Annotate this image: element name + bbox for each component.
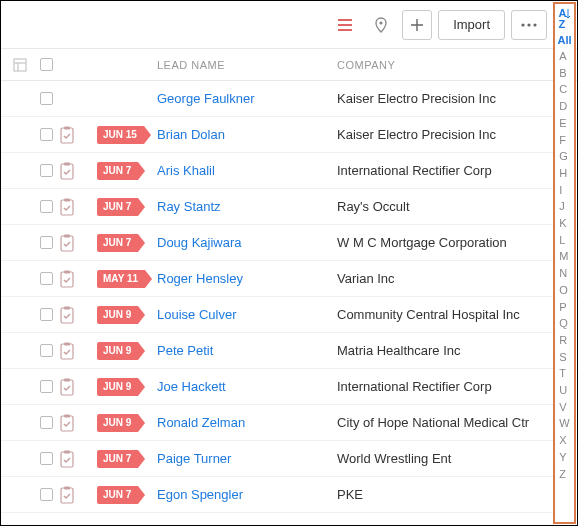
alpha-letter[interactable]: I	[559, 182, 569, 199]
row-checkbox[interactable]	[33, 416, 59, 429]
more-actions-button[interactable]	[511, 10, 547, 40]
task-icon[interactable]	[59, 161, 97, 181]
lead-name-link[interactable]: Pete Petit	[157, 343, 213, 358]
alpha-letter[interactable]: E	[559, 115, 569, 132]
lead-name-link[interactable]: George Faulkner	[157, 91, 255, 106]
column-config-icon[interactable]	[7, 58, 33, 72]
due-date-badge: JUN 7	[97, 198, 153, 216]
import-button[interactable]: Import	[438, 10, 505, 40]
task-icon[interactable]	[59, 233, 97, 253]
svg-rect-17	[64, 270, 70, 273]
svg-rect-16	[61, 272, 73, 287]
lead-name-link[interactable]: Roger Hensley	[157, 271, 243, 286]
svg-rect-9	[64, 126, 70, 129]
map-pin-icon[interactable]	[366, 10, 396, 40]
select-all-checkbox[interactable]	[33, 58, 59, 71]
table-row: JUN 9Louise CulverCommunity Central Hosp…	[1, 297, 577, 333]
task-icon[interactable]	[59, 125, 97, 145]
row-checkbox[interactable]	[33, 344, 59, 357]
alpha-letter[interactable]: N	[559, 265, 569, 282]
svg-rect-19	[64, 306, 70, 309]
alpha-letter[interactable]: A	[559, 48, 569, 65]
alpha-letter[interactable]: Y	[559, 449, 569, 466]
toolbar: Import	[1, 1, 577, 49]
lead-name-link[interactable]: Louise Culver	[157, 307, 237, 322]
alpha-letter[interactable]: L	[559, 232, 569, 249]
row-checkbox[interactable]	[33, 164, 59, 177]
lead-name-link[interactable]: Aris Khalil	[157, 163, 215, 178]
svg-rect-1	[338, 24, 352, 26]
due-date-badge: JUN 9	[97, 414, 153, 432]
alpha-letter[interactable]: O	[559, 282, 569, 299]
alpha-letter[interactable]: D	[559, 98, 569, 115]
svg-rect-13	[64, 198, 70, 201]
company-name: Varian Inc	[337, 271, 395, 286]
alpha-letter[interactable]: W	[559, 415, 569, 432]
header-company[interactable]: COMPANY	[333, 59, 577, 71]
row-checkbox[interactable]	[33, 272, 59, 285]
row-checkbox[interactable]	[33, 200, 59, 213]
company-name: Kaiser Electro Precision Inc	[337, 91, 496, 106]
alpha-letter[interactable]: M	[559, 248, 569, 265]
table-body: George FaulknerKaiser Electro Precision …	[1, 81, 577, 525]
task-icon[interactable]	[59, 197, 97, 217]
svg-rect-2	[338, 29, 352, 31]
row-checkbox[interactable]	[33, 128, 59, 141]
svg-rect-25	[64, 414, 70, 417]
svg-rect-11	[64, 162, 70, 165]
alpha-letter[interactable]: R	[559, 332, 569, 349]
table-row: JUN 9Ronald ZelmanCity of Hope National …	[1, 405, 577, 441]
row-checkbox[interactable]	[33, 452, 59, 465]
add-button[interactable]	[402, 10, 432, 40]
task-icon[interactable]	[59, 377, 97, 397]
alpha-letter[interactable]: Q	[559, 315, 569, 332]
alpha-letter[interactable]: F	[559, 132, 569, 149]
lead-name-link[interactable]: Ronald Zelman	[157, 415, 245, 430]
row-checkbox[interactable]	[33, 380, 59, 393]
lead-name-link[interactable]: Doug Kajiwara	[157, 235, 242, 250]
task-icon[interactable]	[59, 449, 97, 469]
lead-name-link[interactable]: Egon Spengler	[157, 487, 243, 502]
alpha-letter[interactable]: X	[559, 432, 569, 449]
svg-rect-22	[61, 380, 73, 395]
lead-name-link[interactable]: Joe Hackett	[157, 379, 226, 394]
alpha-letter[interactable]: Z	[559, 466, 569, 483]
company-name: International Rectifier Corp	[337, 379, 492, 394]
task-icon[interactable]	[59, 305, 97, 325]
alpha-letter[interactable]: B	[559, 65, 569, 82]
row-checkbox[interactable]	[33, 236, 59, 249]
lead-name-link[interactable]: Brian Dolan	[157, 127, 225, 142]
lead-name-link[interactable]: Ray Stantz	[157, 199, 221, 214]
header-lead-name[interactable]: LEAD NAME	[153, 59, 333, 71]
svg-rect-27	[64, 450, 70, 453]
table-row: JUN 7Paige TurnerWorld Wrestling Ent	[1, 441, 577, 477]
list-view-icon[interactable]	[330, 10, 360, 40]
alpha-letter[interactable]: S	[559, 349, 569, 366]
task-icon[interactable]	[59, 413, 97, 433]
table-row: JUN 7Doug KajiwaraW M C Mortgage Corpora…	[1, 225, 577, 261]
sort-az-button[interactable]: AZ	[559, 8, 571, 30]
alpha-letter[interactable]: C	[559, 81, 569, 98]
row-checkbox[interactable]	[33, 92, 59, 105]
row-checkbox[interactable]	[33, 488, 59, 501]
table-row: JUN 7Aris KhalilInternational Rectifier …	[1, 153, 577, 189]
alpha-letter[interactable]: U	[559, 382, 569, 399]
svg-point-4	[521, 23, 524, 26]
lead-name-link[interactable]: Paige Turner	[157, 451, 231, 466]
alpha-all[interactable]: All	[557, 34, 571, 46]
task-icon[interactable]	[59, 269, 97, 289]
alpha-letter[interactable]: G	[559, 148, 569, 165]
alpha-letter[interactable]: V	[559, 399, 569, 416]
alpha-letter[interactable]: H	[559, 165, 569, 182]
row-checkbox[interactable]	[33, 308, 59, 321]
svg-rect-20	[61, 344, 73, 359]
table-row: JUN 9Joe HackettInternational Rectifier …	[1, 369, 577, 405]
task-icon[interactable]	[59, 485, 97, 505]
task-icon[interactable]	[59, 341, 97, 361]
svg-rect-24	[61, 416, 73, 431]
alpha-letter[interactable]: P	[559, 299, 569, 316]
alpha-letter[interactable]: K	[559, 215, 569, 232]
alpha-letter[interactable]: J	[559, 198, 569, 215]
alpha-letter[interactable]: T	[559, 365, 569, 382]
svg-rect-10	[61, 164, 73, 179]
